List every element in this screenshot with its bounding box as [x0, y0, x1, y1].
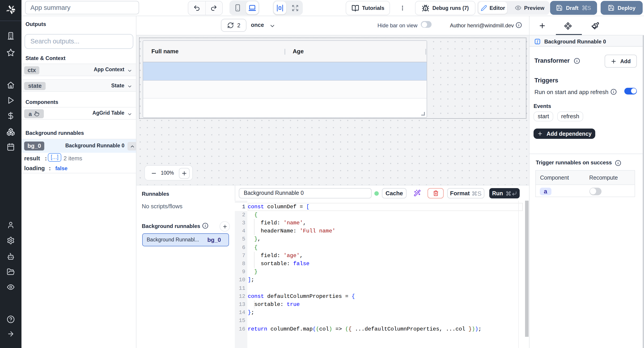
svg-text:f: f [537, 39, 538, 44]
